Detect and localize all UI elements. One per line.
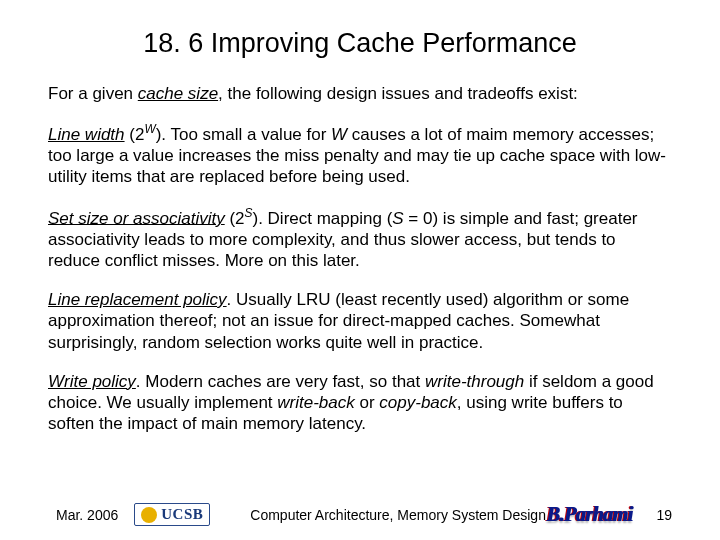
p2-rest: ). Direct mapping (	[252, 208, 392, 227]
p1-rest: ). Too small a value for	[156, 125, 331, 144]
p1-var: W	[331, 125, 347, 144]
slide-title: 18. 6 Improving Cache Performance	[48, 28, 672, 59]
p4-cb: copy-back	[379, 393, 456, 412]
p1-mid: (2	[125, 125, 145, 144]
intro-term: cache size	[138, 84, 218, 103]
paragraph-line-width: Line width (2W). Too small a value for W…	[48, 122, 672, 187]
p4-c: or	[355, 393, 380, 412]
p1-term: Line width	[48, 125, 125, 144]
p3-term: Line replacement policy	[48, 290, 227, 309]
p4-a: . Modern caches are very fast, so that	[136, 372, 425, 391]
p1-sup: W	[144, 122, 155, 136]
intro-pre: For a given	[48, 84, 138, 103]
p2-mid: (2	[225, 208, 245, 227]
p4-wb: write-back	[277, 393, 354, 412]
ucsb-logo: UCSB	[134, 503, 210, 526]
footer-date: Mar. 2006	[56, 507, 118, 523]
p2-var: S	[392, 208, 403, 227]
intro-post: , the following design issues and tradeo…	[218, 84, 578, 103]
footer-author: B.Parhami	[546, 503, 632, 526]
ucsb-seal-icon	[141, 507, 157, 523]
paragraph-write-policy: Write policy. Modern caches are very fas…	[48, 371, 672, 435]
paragraph-set-size: Set size or associativity (2S). Direct m…	[48, 206, 672, 271]
p4-term: Write policy	[48, 372, 136, 391]
intro-paragraph: For a given cache size, the following de…	[48, 83, 672, 104]
footer-page-number: 19	[656, 507, 672, 523]
footer-center: Computer Architecture, Memory System Des…	[250, 507, 546, 523]
slide-footer: Mar. 2006 UCSB Computer Architecture, Me…	[0, 503, 720, 526]
ucsb-text: UCSB	[161, 506, 203, 523]
paragraph-replacement: Line replacement policy. Usually LRU (le…	[48, 289, 672, 353]
p2-term: Set size or associativity	[48, 208, 225, 227]
p4-wt: write-through	[425, 372, 524, 391]
